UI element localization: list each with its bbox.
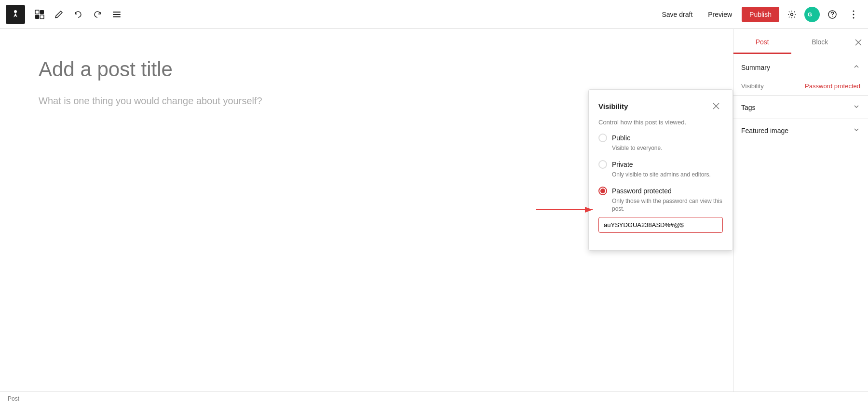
radio-label-password: Password protected xyxy=(612,187,672,195)
svg-point-11 xyxy=(853,17,854,18)
svg-rect-2 xyxy=(40,10,44,14)
site-logo xyxy=(6,5,25,24)
tab-post[interactable]: Post xyxy=(733,31,791,54)
featured-image-section: Featured image xyxy=(733,119,868,142)
popup-close-button[interactable] xyxy=(709,99,723,113)
sidebar-tabs-header: Post Block xyxy=(733,29,868,56)
popup-header: Visibility xyxy=(598,99,723,113)
radio-row-private[interactable]: Private xyxy=(598,160,723,169)
tab-block[interactable]: Block xyxy=(791,31,849,54)
featured-image-expand-icon xyxy=(853,126,860,135)
tags-section: Tags xyxy=(733,96,868,119)
more-options-button[interactable] xyxy=(845,6,862,23)
edit-icon-button[interactable] xyxy=(50,6,68,23)
radio-desc-public: Visible to everyone. xyxy=(598,144,723,152)
add-block-toolbar-button[interactable] xyxy=(31,6,48,23)
save-draft-button[interactable]: Save draft xyxy=(656,8,698,21)
popup-title: Visibility xyxy=(598,102,628,110)
password-input[interactable] xyxy=(598,217,723,233)
sidebar-tabs: Post Block xyxy=(733,31,849,54)
help-button[interactable] xyxy=(824,6,841,23)
tags-section-header[interactable]: Tags xyxy=(733,96,868,119)
visibility-value[interactable]: Password protected xyxy=(805,82,860,90)
visibility-row: Visibility Password protected xyxy=(733,79,868,95)
summary-section: Summary Visibility Password protected xyxy=(733,56,868,96)
status-bar: Post xyxy=(0,392,868,405)
tags-expand-icon xyxy=(853,103,860,112)
undo-button[interactable] xyxy=(69,6,87,23)
sidebar: Post Block Summary Visibi xyxy=(733,29,868,392)
settings-button[interactable] xyxy=(783,6,800,23)
radio-row-public[interactable]: Public xyxy=(598,134,723,142)
radio-label-public: Public xyxy=(612,134,630,142)
svg-point-9 xyxy=(853,10,854,12)
radio-option-private: Private Only visible to site admins and … xyxy=(598,160,723,179)
summary-section-title: Summary xyxy=(741,64,770,71)
radio-desc-password: Only those with the password can view th… xyxy=(598,197,723,214)
svg-point-5 xyxy=(791,13,793,15)
featured-image-section-title: Featured image xyxy=(741,127,788,135)
radio-label-private: Private xyxy=(612,161,633,168)
redo-button[interactable] xyxy=(89,6,106,23)
svg-rect-4 xyxy=(40,15,44,19)
main-layout: What is one thing you would change about… xyxy=(0,29,868,392)
visibility-label: Visibility xyxy=(741,82,764,90)
svg-rect-1 xyxy=(35,10,39,14)
radio-circle-public xyxy=(598,134,607,142)
summary-section-header[interactable]: Summary xyxy=(733,56,868,79)
status-text: Post xyxy=(8,395,19,402)
document-overview-button[interactable] xyxy=(108,6,125,23)
grammarly-toolbar-icon[interactable]: G xyxy=(804,7,820,22)
sidebar-close-button[interactable] xyxy=(849,33,868,52)
post-title-input[interactable] xyxy=(39,58,694,81)
svg-point-8 xyxy=(832,16,833,17)
preview-button[interactable]: Preview xyxy=(702,8,738,21)
toolbar: Save draft Preview Publish G xyxy=(0,0,868,29)
svg-point-10 xyxy=(853,14,854,15)
popup-description: Control how this post is viewed. xyxy=(598,119,723,126)
radio-circle-private xyxy=(598,160,607,169)
toolbar-right: Save draft Preview Publish G xyxy=(656,6,862,23)
tags-section-title: Tags xyxy=(741,104,756,111)
svg-point-0 xyxy=(14,10,17,13)
summary-collapse-icon xyxy=(853,63,860,72)
publish-button[interactable]: Publish xyxy=(742,7,779,22)
svg-rect-3 xyxy=(35,15,39,19)
radio-option-password: Password protected Only those with the p… xyxy=(598,187,723,233)
visibility-popup: Visibility Control how this post is view… xyxy=(588,89,733,251)
radio-option-public: Public Visible to everyone. xyxy=(598,134,723,152)
radio-circle-password xyxy=(598,187,607,195)
featured-image-section-header[interactable]: Featured image xyxy=(733,119,868,142)
radio-row-password[interactable]: Password protected xyxy=(598,187,723,195)
radio-desc-private: Only visible to site admins and editors. xyxy=(598,171,723,179)
svg-text:G: G xyxy=(808,11,812,17)
